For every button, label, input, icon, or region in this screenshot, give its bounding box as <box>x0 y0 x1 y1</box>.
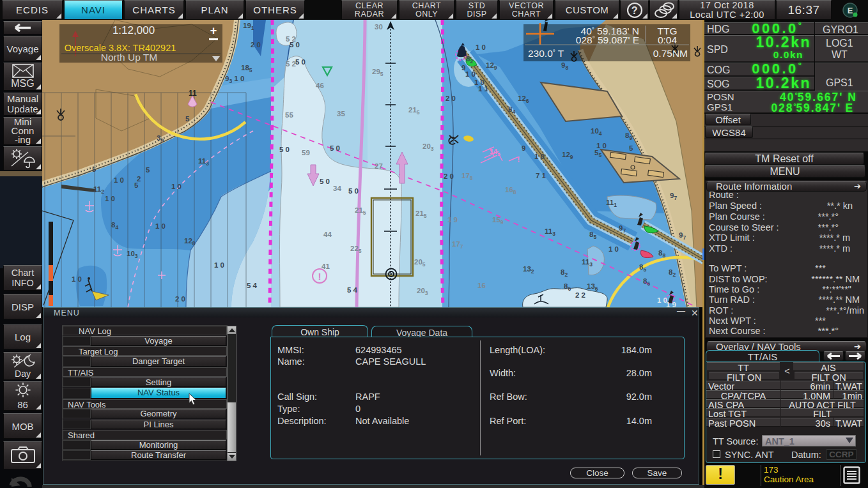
svg-text:35: 35 <box>337 110 345 118</box>
svg-text:27: 27 <box>375 162 383 170</box>
svg-text:1 1: 1 1 <box>478 85 489 93</box>
svg-text:5 0: 5 0 <box>290 41 300 49</box>
svg-text:1 0: 1 0 <box>72 275 82 283</box>
svg-text:5: 5 <box>146 166 150 174</box>
svg-text:7 1: 7 1 <box>536 172 546 179</box>
svg-text:2 0: 2 0 <box>444 172 454 180</box>
svg-text:5 4: 5 4 <box>247 282 258 289</box>
svg-text:2 0: 2 0 <box>175 295 185 303</box>
svg-text:1 0: 1 0 <box>608 245 619 253</box>
svg-text:5 2: 5 2 <box>286 60 296 68</box>
svg-text:46: 46 <box>316 82 324 89</box>
svg-text:1 0: 1 0 <box>476 43 486 51</box>
svg-text:1 0: 1 0 <box>171 183 182 190</box>
svg-text:2 0: 2 0 <box>251 41 261 49</box>
svg-text:55: 55 <box>285 111 293 119</box>
svg-text:0.75NM: 0.75NM <box>653 48 688 59</box>
svg-text:5 4: 5 4 <box>347 286 358 294</box>
svg-text:!: ! <box>517 155 520 164</box>
svg-text:1 0: 1 0 <box>114 176 124 184</box>
svg-text:5 0: 5 0 <box>295 58 306 66</box>
svg-text:5 0: 5 0 <box>348 187 359 195</box>
svg-text:30: 30 <box>375 23 383 31</box>
svg-text:34: 34 <box>333 185 341 192</box>
svg-text:North Up TM: North Up TM <box>101 52 157 63</box>
svg-text:E: E <box>848 6 853 15</box>
svg-text:1 0: 1 0 <box>155 222 166 230</box>
svg-text:5: 5 <box>185 115 190 123</box>
svg-text:16: 16 <box>477 282 486 289</box>
svg-text:11: 11 <box>189 89 197 98</box>
svg-text:+: + <box>210 24 217 37</box>
svg-text:?: ? <box>631 5 637 16</box>
svg-text:!: ! <box>318 271 322 282</box>
svg-text:5 0: 5 0 <box>320 178 330 185</box>
svg-text:1 0: 1 0 <box>105 195 115 202</box>
svg-text:1 9: 1 9 <box>447 216 458 224</box>
svg-text:230.0° T: 230.0° T <box>528 48 564 59</box>
svg-text:1 0: 1 0 <box>534 153 545 160</box>
svg-text:41: 41 <box>322 263 330 270</box>
svg-text:2 2: 2 2 <box>575 291 585 299</box>
svg-text:5: 5 <box>92 165 97 173</box>
svg-text:44: 44 <box>323 231 332 238</box>
svg-text:2 0: 2 0 <box>446 95 456 102</box>
svg-text:1 0: 1 0 <box>214 261 224 269</box>
svg-text:5 0: 5 0 <box>330 144 340 152</box>
svg-text:5 0: 5 0 <box>279 146 290 153</box>
svg-text:59: 59 <box>302 149 310 156</box>
svg-text:1 9: 1 9 <box>666 301 676 307</box>
svg-text:5: 5 <box>629 144 633 152</box>
svg-text:0:04: 0:04 <box>658 34 678 45</box>
svg-text:1:12,000: 1:12,000 <box>112 24 155 36</box>
svg-text:9: 9 <box>522 144 525 152</box>
svg-text:028° 59.087' E: 028° 59.087' E <box>576 34 639 45</box>
svg-text:5: 5 <box>134 181 139 189</box>
svg-text:1 0: 1 0 <box>465 70 476 78</box>
